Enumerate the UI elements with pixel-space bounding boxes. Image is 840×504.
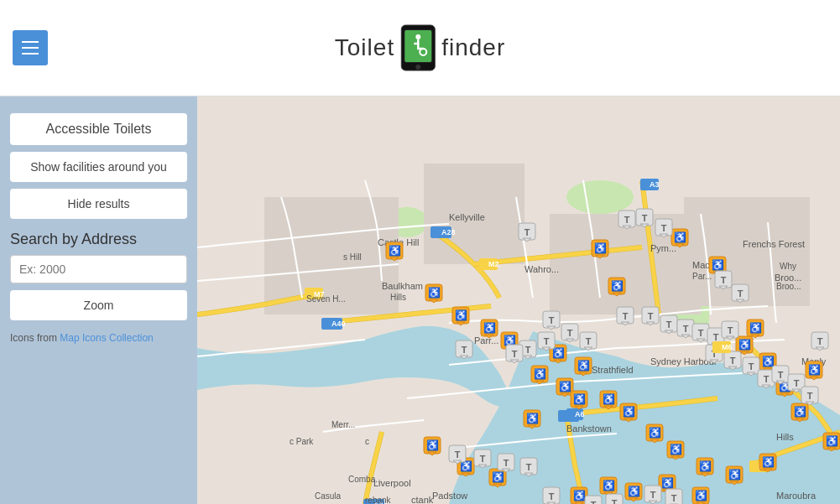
svg-text:Frenchs Forest: Frenchs Forest [743, 239, 805, 249]
svg-text:♿: ♿ [594, 242, 607, 254]
svg-text:T: T [624, 215, 630, 225]
svg-text:Padstow: Padstow [432, 491, 467, 501]
svg-text:Mac: Mac [692, 260, 710, 270]
logo-phone-icon [398, 23, 438, 72]
svg-text:♿: ♿ [712, 258, 724, 271]
svg-text:T: T [623, 311, 629, 321]
search-section-title: Search by Address [10, 231, 187, 248]
svg-text:♿: ♿ [603, 479, 615, 491]
svg-text:♿: ♿ [738, 338, 751, 351]
map-area[interactable]: M7 A28 M2 A3 A40 A22 A6 A34 M1 Kellyvill… [197, 96, 840, 504]
svg-text:T: T [586, 336, 592, 346]
svg-text:T: T [591, 500, 597, 504]
svg-text:Strathfield: Strathfield [592, 365, 634, 375]
svg-text:T: T [666, 320, 672, 330]
svg-text:M2: M2 [488, 260, 499, 268]
svg-text:T: T [612, 498, 618, 504]
svg-text:T: T [512, 349, 518, 359]
svg-text:Merr...: Merr... [331, 420, 355, 429]
logo-text-before: Toilet [335, 34, 394, 61]
svg-text:Parr...: Parr... [474, 335, 498, 346]
svg-point-3 [415, 34, 420, 39]
svg-text:T: T [738, 288, 743, 299]
svg-text:T: T [642, 213, 648, 223]
svg-text:♿: ♿ [573, 392, 586, 405]
svg-text:T: T [549, 491, 555, 501]
address-input[interactable] [10, 255, 187, 283]
svg-text:♿: ♿ [492, 470, 504, 483]
svg-text:M6: M6 [722, 343, 733, 351]
svg-text:T: T [661, 223, 667, 233]
svg-text:♿: ♿ [808, 363, 821, 376]
hamburger-line [22, 53, 39, 55]
svg-text:Seven H...: Seven H... [306, 294, 346, 304]
hamburger-line [22, 47, 39, 49]
svg-text:A6: A6 [575, 410, 585, 418]
svg-text:c: c [365, 437, 369, 446]
svg-text:T: T [807, 391, 813, 401]
svg-text:T: T [713, 332, 719, 342]
svg-text:T: T [817, 336, 823, 346]
svg-text:Wahro...: Wahro... [524, 264, 559, 274]
svg-text:♿: ♿ [699, 460, 712, 472]
svg-text:♿: ♿ [728, 468, 741, 481]
svg-text:A40: A40 [331, 320, 346, 328]
svg-text:rebank: rebank [365, 496, 392, 504]
svg-text:♿: ♿ [577, 359, 590, 372]
map-svg: M7 A28 M2 A3 A40 A22 A6 A34 M1 Kellyvill… [197, 96, 840, 504]
svg-text:♿: ♿ [661, 476, 674, 489]
svg-text:T: T [524, 227, 530, 237]
credits-link[interactable]: Map Icons Collection [60, 332, 153, 344]
svg-text:A3: A3 [650, 180, 660, 189]
svg-text:♿: ♿ [674, 231, 686, 243]
zoom-button[interactable]: Zoom [10, 290, 187, 320]
svg-text:T: T [462, 345, 467, 355]
hide-results-button[interactable]: Hide results [10, 189, 187, 219]
sidebar: Accessible Toilets Show facilities aroun… [0, 96, 197, 504]
svg-text:T: T [650, 490, 656, 500]
svg-text:Hills: Hills [390, 293, 406, 302]
svg-text:♿: ♿ [749, 321, 762, 334]
svg-text:♿: ♿ [603, 392, 615, 405]
svg-text:c Park: c Park [290, 437, 314, 446]
svg-text:♿: ♿ [559, 380, 571, 392]
svg-text:♿: ♿ [762, 355, 775, 367]
svg-text:Casula: Casula [315, 491, 342, 501]
svg-text:Hills: Hills [776, 432, 794, 442]
svg-text:♿: ♿ [794, 405, 806, 418]
svg-text:♿: ♿ [611, 279, 623, 292]
svg-text:Bankstown: Bankstown [566, 423, 612, 434]
svg-text:Broo...: Broo... [775, 273, 801, 283]
logo: Toilet finder [335, 23, 505, 72]
menu-button[interactable] [13, 30, 48, 65]
svg-text:♿: ♿ [623, 405, 635, 418]
svg-text:T: T [728, 325, 733, 335]
svg-point-9 [566, 180, 634, 214]
svg-text:T: T [567, 328, 573, 338]
svg-text:T: T [671, 493, 677, 503]
svg-text:♿: ♿ [526, 412, 539, 424]
svg-text:ctank: ctank [411, 495, 434, 504]
sidebar-title: Accessible Toilets [10, 113, 187, 145]
svg-text:T: T [749, 361, 754, 372]
svg-text:Comba...: Comba... [348, 475, 383, 484]
svg-text:T: T [721, 275, 727, 285]
svg-text:T: T [794, 378, 800, 388]
svg-text:T: T [525, 345, 531, 355]
credits: Icons from Map Icons Collection [10, 332, 187, 344]
svg-text:♿: ♿ [534, 367, 546, 380]
svg-text:T: T [455, 449, 461, 460]
svg-text:s Hill: s Hill [343, 252, 362, 262]
svg-text:♿: ♿ [649, 426, 661, 439]
svg-text:♿: ♿ [389, 244, 401, 257]
svg-text:Maroubra: Maroubra [776, 491, 817, 501]
svg-text:Broo...: Broo... [776, 282, 801, 291]
svg-point-5 [415, 65, 420, 70]
show-facilities-button[interactable]: Show facilities around you [10, 152, 187, 182]
svg-text:♿: ♿ [762, 455, 775, 468]
svg-text:T: T [683, 324, 689, 334]
svg-text:♿: ♿ [573, 489, 586, 501]
svg-text:♿: ♿ [426, 439, 439, 451]
svg-text:T: T [730, 356, 736, 366]
svg-text:Baulkham: Baulkham [382, 281, 423, 291]
